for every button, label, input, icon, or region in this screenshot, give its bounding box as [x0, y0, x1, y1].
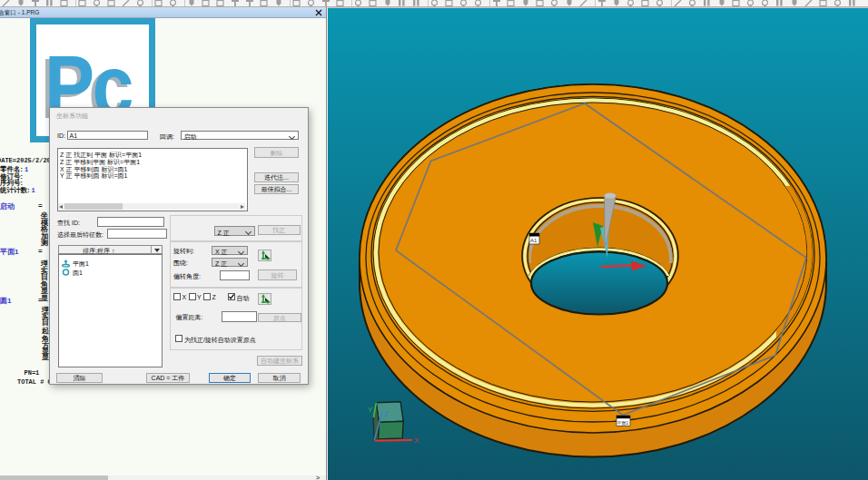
svg-text:Y: Y	[368, 406, 373, 414]
svg-text:X: X	[414, 436, 419, 445]
svg-text:平面1: 平面1	[617, 420, 629, 426]
svg-text:Z: Z	[384, 410, 389, 418]
svg-text:A1: A1	[530, 238, 538, 243]
